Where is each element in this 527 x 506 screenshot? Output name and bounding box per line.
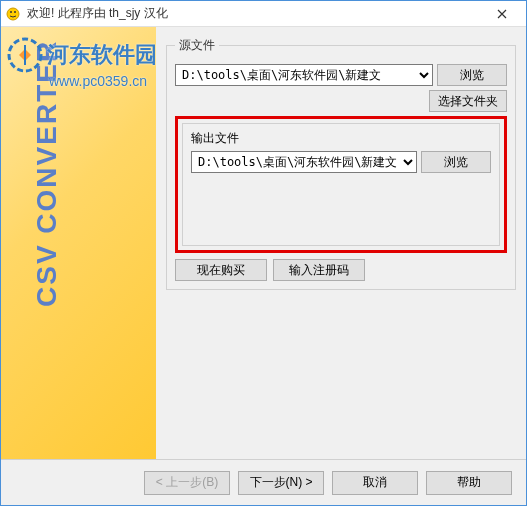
output-path-input[interactable]: D:\tools\桌面\河东软件园\新建文 [191, 151, 417, 173]
titlebar: 欢迎! 此程序由 th_sjy 汉化 [1, 1, 526, 27]
svg-point-0 [7, 8, 19, 20]
next-button[interactable]: 下一步(N) > [238, 471, 324, 495]
output-legend: 输出文件 [191, 130, 491, 147]
output-fieldset: 输出文件 D:\tools\桌面\河东软件园\新建文 浏览 [182, 123, 500, 246]
buy-now-button[interactable]: 现在购买 [175, 259, 267, 281]
source-fieldset: 源文件 D:\tools\桌面\河东软件园\新建文 浏览 选择文件夹 输出文件 [166, 37, 516, 290]
browse-output-button[interactable]: 浏览 [421, 151, 491, 173]
sidebar: CSV CONVERTER [1, 27, 156, 459]
app-icon [5, 6, 21, 22]
output-empty-area [191, 177, 491, 237]
output-highlight-box: 输出文件 D:\tools\桌面\河东软件园\新建文 浏览 [175, 116, 507, 253]
source-legend: 源文件 [175, 37, 219, 54]
cancel-button[interactable]: 取消 [332, 471, 418, 495]
main-panel: 源文件 D:\tools\桌面\河东软件园\新建文 浏览 选择文件夹 输出文件 [156, 27, 526, 459]
svg-point-2 [14, 11, 16, 13]
enter-reg-button[interactable]: 输入注册码 [273, 259, 365, 281]
wizard-footer: < 上一步(B) 下一步(N) > 取消 帮助 [1, 459, 526, 505]
browse-source-button[interactable]: 浏览 [437, 64, 507, 86]
sidebar-logo-text: CSV CONVERTER [31, 40, 63, 307]
svg-point-1 [10, 11, 12, 13]
help-button[interactable]: 帮助 [426, 471, 512, 495]
main-window: 欢迎! 此程序由 th_sjy 汉化 河东软件园 www.pc0359.cn C… [0, 0, 527, 506]
back-button[interactable]: < 上一步(B) [144, 471, 230, 495]
window-title: 欢迎! 此程序由 th_sjy 汉化 [27, 5, 482, 22]
select-folder-button[interactable]: 选择文件夹 [429, 90, 507, 112]
content-area: 河东软件园 www.pc0359.cn CSV CONVERTER 源文件 D:… [1, 27, 526, 459]
source-path-input[interactable]: D:\tools\桌面\河东软件园\新建文 [175, 64, 433, 86]
close-button[interactable] [482, 2, 522, 26]
